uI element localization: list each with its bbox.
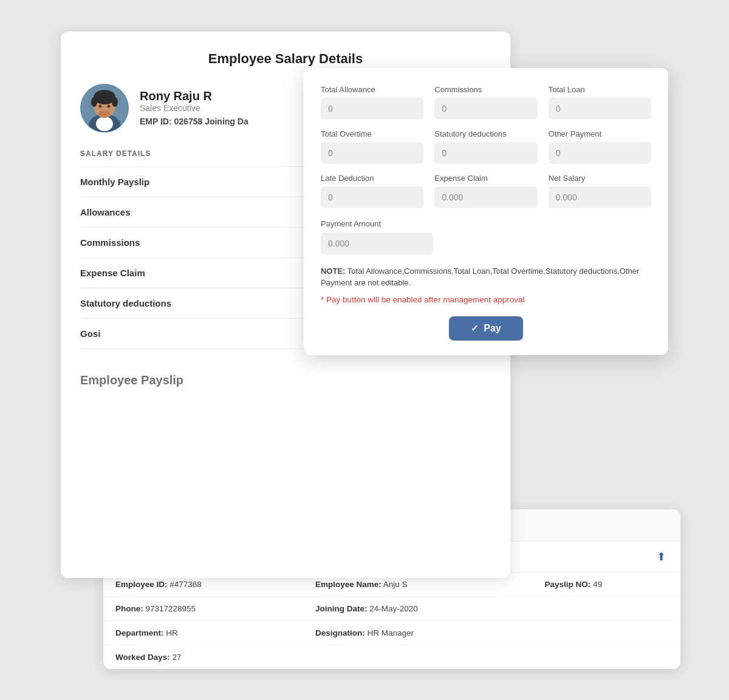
avatar bbox=[80, 84, 129, 132]
department-cell: Department: HR bbox=[103, 620, 303, 645]
field-net-salary: Net Salary bbox=[549, 174, 651, 208]
commissions-input[interactable] bbox=[434, 98, 537, 120]
employee-info: Rony Raju R Sales Executive EMP ID: 0267… bbox=[140, 89, 248, 126]
table-row: Department: HR Designation: HR Manager bbox=[103, 620, 680, 645]
field-total-allowance: Total Allowance bbox=[321, 85, 423, 120]
employee-id: EMP ID: 026758 Joining Da bbox=[140, 117, 248, 126]
field-total-overtime: Total Overtime bbox=[321, 129, 423, 164]
table-row: Phone: 97317228955 Joining Date: 24-May-… bbox=[103, 596, 680, 620]
worked-days-cell: Worked Days: 27 bbox=[103, 645, 303, 669]
net-salary-label: Net Salary bbox=[549, 174, 651, 183]
note-text: NOTE: Total Allowance,Commissions,Total … bbox=[321, 265, 651, 289]
net-salary-input[interactable] bbox=[549, 186, 651, 208]
payslip-table: Employee ID: #477368 Employee Name: Anju… bbox=[103, 573, 680, 669]
payment-amount-label: Payment Amount bbox=[321, 219, 381, 228]
payslip-section-title: Employee Payslip bbox=[80, 373, 491, 387]
designation-cell: Designation: HR Manager bbox=[303, 620, 533, 645]
approval-text: * Pay button will be enabled after manag… bbox=[321, 295, 651, 304]
joining-date-cell: Joining Date: 24-May-2020 bbox=[303, 596, 533, 620]
payslip-no-cell: Payslip NO: 49 bbox=[533, 573, 680, 597]
modal-card: Total Allowance Commissions Total Loan T… bbox=[304, 68, 668, 355]
other-payment-label: Other Payment bbox=[549, 129, 651, 138]
payment-amount-input[interactable] bbox=[321, 233, 433, 254]
field-payment-amount: Payment Amount bbox=[321, 218, 433, 254]
expense-claim-input[interactable] bbox=[434, 186, 537, 208]
empty-cell-3 bbox=[303, 645, 533, 669]
field-other-payment: Other Payment bbox=[549, 129, 651, 164]
page-title: Employee Salary Details bbox=[80, 51, 491, 67]
statutory-label: Statutory deductions bbox=[434, 129, 537, 138]
total-overtime-label: Total Overtime bbox=[321, 129, 423, 138]
emp-id-value: 026758 bbox=[174, 117, 203, 126]
pay-button[interactable]: ✓ Pay bbox=[449, 316, 522, 341]
pay-button-label: Pay bbox=[484, 323, 501, 334]
commissions-label: Commissions bbox=[434, 85, 537, 94]
empty-cell-2 bbox=[533, 620, 680, 645]
joining-label: Joining Da bbox=[205, 117, 248, 126]
svg-point-5 bbox=[91, 97, 97, 107]
modal-fields-row1: Total Allowance Commissions Total Loan bbox=[321, 85, 651, 120]
field-late-deduction: Late Deduction bbox=[321, 174, 423, 208]
table-row: Worked Days: 27 bbox=[103, 645, 680, 669]
field-statutory: Statutory deductions bbox=[434, 129, 537, 164]
scene: Employee Salary Details bbox=[61, 32, 668, 669]
late-deduction-input[interactable] bbox=[321, 186, 423, 208]
field-expense-claim: Expense Claim bbox=[434, 174, 537, 208]
late-deduction-label: Late Deduction bbox=[321, 174, 423, 183]
other-payment-input[interactable] bbox=[549, 142, 651, 164]
upload-icon[interactable]: ⬆ bbox=[657, 550, 666, 563]
modal-fields-row3: Late Deduction Expense Claim Net Salary bbox=[321, 174, 651, 208]
empty-cell bbox=[533, 596, 680, 620]
svg-point-7 bbox=[99, 104, 102, 107]
total-allowance-input[interactable] bbox=[321, 98, 423, 120]
svg-point-8 bbox=[108, 104, 111, 107]
employee-title: Sales Executive bbox=[140, 103, 248, 113]
modal-fields-row2: Total Overtime Statutory deductions Othe… bbox=[321, 129, 651, 164]
emp-id-label: EMP ID: bbox=[140, 117, 174, 126]
employee-name: Rony Raju R bbox=[140, 89, 248, 103]
svg-point-2 bbox=[96, 117, 113, 131]
phone-cell: Phone: 97317228955 bbox=[103, 596, 303, 620]
statutory-input[interactable] bbox=[434, 142, 537, 164]
total-loan-input[interactable] bbox=[549, 98, 651, 120]
field-total-loan: Total Loan bbox=[549, 85, 651, 120]
total-loan-label: Total Loan bbox=[549, 85, 651, 94]
empty-cell-4 bbox=[533, 645, 680, 669]
svg-point-6 bbox=[112, 97, 118, 107]
svg-point-10 bbox=[100, 110, 109, 115]
total-overtime-input[interactable] bbox=[321, 142, 423, 164]
pay-button-row: ✓ Pay bbox=[321, 316, 651, 341]
field-commissions: Commissions bbox=[434, 85, 537, 120]
total-allowance-label: Total Allowance bbox=[321, 85, 423, 94]
expense-claim-label: Expense Claim bbox=[434, 174, 537, 183]
check-icon: ✓ bbox=[471, 323, 479, 334]
